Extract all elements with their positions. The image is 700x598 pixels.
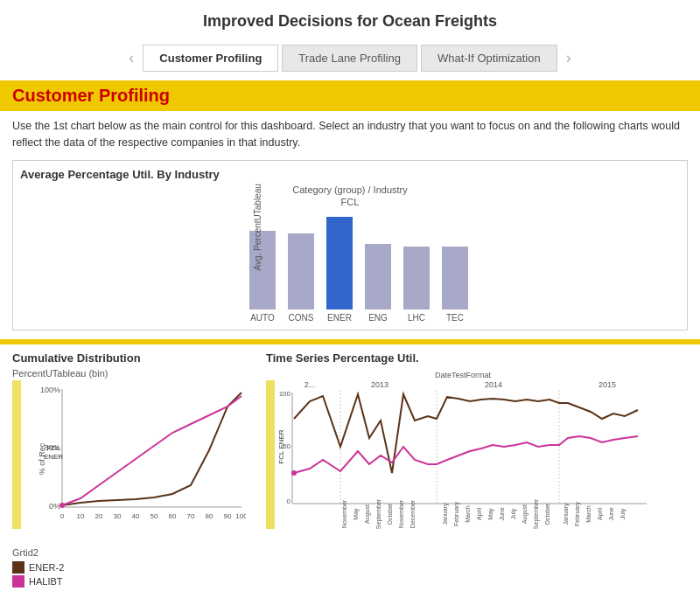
- svg-text:January: January: [563, 503, 570, 525]
- svg-text:2013: 2013: [371, 380, 388, 389]
- legend-color-halibt: [12, 575, 24, 588]
- time-series-title: Time Series Percentage Util.: [266, 351, 688, 365]
- time-series-yellow-bar: [266, 380, 275, 529]
- svg-text:2015: 2015: [598, 380, 616, 389]
- bar-label-cons: CONS: [289, 313, 314, 323]
- svg-text:September: September: [375, 498, 382, 529]
- svg-text:October: October: [387, 502, 393, 525]
- svg-text:May: May: [353, 507, 360, 519]
- svg-text:May: May: [487, 507, 494, 519]
- bar-label-auto: AUTO: [250, 313, 275, 323]
- svg-text:60: 60: [169, 512, 177, 520]
- bar-tec[interactable]: [442, 247, 468, 309]
- bar-label-ener: ENER: [327, 313, 352, 323]
- bar-chart-title: Average Percentage Util. By Industry: [20, 168, 680, 181]
- svg-text:0%: 0%: [49, 502, 60, 511]
- svg-text:April: April: [476, 507, 483, 519]
- svg-text:30: 30: [114, 512, 122, 520]
- bar-ener[interactable]: [326, 217, 353, 309]
- svg-text:July: July: [510, 508, 517, 519]
- svg-text:50: 50: [150, 512, 158, 520]
- svg-text:100%: 100%: [40, 386, 60, 394]
- bar-col-tec[interactable]: TEC: [442, 247, 468, 323]
- svg-text:ENER: ENER: [44, 453, 63, 461]
- tab-arrow-left[interactable]: ‹: [122, 49, 141, 67]
- svg-text:0: 0: [60, 512, 65, 520]
- bar-cons[interactable]: [288, 233, 314, 309]
- bar-chart-box: Average Percentage Util. By Industry Cat…: [12, 160, 688, 330]
- svg-text:20: 20: [95, 512, 103, 520]
- svg-point-19: [60, 503, 65, 508]
- bar-col-ener[interactable]: ENER: [326, 217, 353, 323]
- svg-text:FCL: FCL: [46, 444, 60, 452]
- cum-dist-yellow-bar: [12, 380, 21, 529]
- legend-color-ener2: [12, 561, 24, 574]
- svg-text:0: 0: [287, 497, 291, 505]
- svg-text:2014: 2014: [485, 380, 502, 389]
- bar-col-cons[interactable]: CONS: [288, 233, 314, 322]
- divider-yellow: [0, 339, 700, 344]
- tab-customer-profiling[interactable]: Customer Profiling: [143, 45, 278, 72]
- cum-dist-panel: Cumulative Distribution PercentUTableau …: [12, 351, 257, 530]
- svg-text:80: 80: [206, 512, 214, 520]
- svg-text:June: June: [499, 507, 505, 520]
- svg-text:September: September: [533, 498, 540, 529]
- section-description: Use the 1st chart below as the main cont…: [0, 111, 700, 160]
- legend-area: Grtid2 ENER-2 HALIBT: [0, 542, 700, 598]
- legend-label-halibt: HALIBT: [29, 576, 63, 587]
- svg-text:December: December: [410, 499, 416, 528]
- svg-text:February: February: [453, 501, 460, 526]
- bar-col-eng[interactable]: ENG: [365, 244, 391, 322]
- svg-text:November: November: [341, 499, 347, 528]
- svg-text:March: March: [465, 505, 471, 523]
- svg-text:2...: 2...: [304, 380, 316, 389]
- svg-text:January: January: [442, 503, 449, 525]
- bar-lhc[interactable]: [403, 247, 430, 309]
- tab-nav: ‹ Customer Profiling Trade Lane Profilin…: [0, 39, 700, 80]
- svg-text:July: July: [620, 508, 626, 519]
- bar-col-lhc[interactable]: LHC: [403, 247, 430, 323]
- cum-dist-chart: 100% 50% 0% 0 10 20 30 40 50 60 70 80 90…: [36, 380, 246, 529]
- tab-whatif[interactable]: What-If Optimization: [421, 45, 557, 72]
- legend-item-halibt: HALIBT: [12, 575, 688, 588]
- bar-eng[interactable]: [365, 244, 391, 309]
- svg-text:June: June: [608, 507, 614, 520]
- time-series-chart: DateTestFormat 2... 2013 2014 2015 100 5…: [275, 368, 651, 530]
- cum-dist-title: Cumulative Distribution: [12, 351, 257, 365]
- section-header-bar: Customer Profiling: [0, 80, 700, 111]
- svg-text:70: 70: [187, 512, 195, 520]
- svg-text:90: 90: [224, 512, 232, 520]
- bar-chart-subtitle-category: Category (group) / Industry: [20, 184, 680, 195]
- section-title: Customer Profiling: [12, 86, 170, 105]
- y-axis-label: Avg. PercentUTableau: [253, 184, 262, 270]
- tab-trade-lane[interactable]: Trade Lane Profiling: [282, 45, 417, 72]
- svg-text:10: 10: [77, 512, 85, 520]
- bar-chart-subtitle-measure: FCL: [20, 197, 680, 207]
- svg-text:100: 100: [235, 512, 246, 520]
- time-series-panel: Time Series Percentage Util. DateTestFor…: [266, 351, 688, 530]
- svg-text:March: March: [585, 505, 592, 523]
- svg-text:FCL ENER: FCL ENER: [277, 429, 285, 463]
- bar-label-tec: TEC: [446, 313, 464, 323]
- bar-label-eng: ENG: [368, 313, 388, 323]
- svg-text:August: August: [364, 504, 371, 524]
- svg-text:February: February: [574, 501, 581, 526]
- legend-label-ener2: ENER-2: [29, 562, 64, 573]
- svg-text:100: 100: [279, 390, 291, 398]
- legend-title: Grtid2: [12, 547, 688, 558]
- svg-text:November: November: [398, 499, 404, 528]
- svg-text:DateTestFormat: DateTestFormat: [435, 371, 492, 379]
- svg-text:August: August: [522, 504, 528, 524]
- svg-text:40: 40: [132, 512, 140, 520]
- tab-arrow-right[interactable]: ›: [559, 49, 578, 67]
- cum-dist-subtitle: PercentUTableau (bin): [12, 368, 257, 379]
- svg-text:April: April: [597, 507, 604, 519]
- page-title: Improved Decisions for Ocean Freights: [0, 0, 700, 39]
- legend-item-ener2: ENER-2: [12, 561, 688, 574]
- bar-label-lhc: LHC: [408, 313, 425, 323]
- svg-text:October: October: [544, 502, 550, 525]
